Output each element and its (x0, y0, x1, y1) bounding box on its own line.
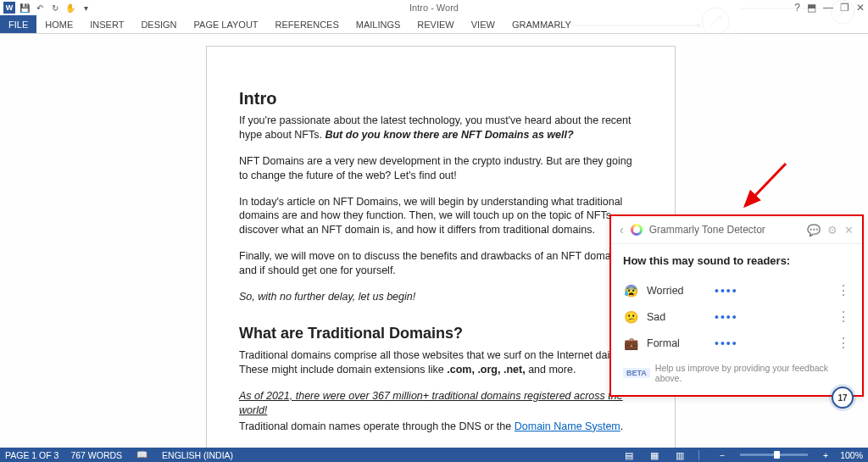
body-text: . (620, 420, 623, 432)
tab-references[interactable]: REFERENCES (267, 15, 348, 33)
back-icon[interactable]: ‹ (620, 223, 624, 237)
view-print-layout-icon[interactable]: ▦ (650, 450, 659, 460)
title-bar: W 💾 ↶ ↻ ✋ ▾ Intro - Word ? ⬒ — ❐ ✕ (0, 0, 868, 15)
window-controls: ? ⬒ — ❐ ✕ (794, 2, 865, 14)
tab-home[interactable]: HOME (36, 15, 81, 33)
grammarly-footer: BETA Help us improve by providing your f… (623, 356, 850, 387)
minimize-icon[interactable]: — (823, 2, 833, 14)
body-text-bold: .com, .org, .net, (447, 364, 525, 376)
zoom-level[interactable]: 100% (840, 450, 863, 460)
zoom-in-button[interactable]: + (823, 450, 828, 460)
tab-file[interactable]: FILE (0, 15, 36, 33)
tab-mailings[interactable]: MAILINGS (348, 15, 409, 33)
tab-page-layout[interactable]: PAGE LAYOUT (186, 15, 267, 33)
grammarly-body: How this may sound to readers: 😰 Worried… (611, 244, 862, 395)
tone-label: Sad (647, 311, 706, 323)
status-page[interactable]: PAGE 1 OF 3 (5, 450, 58, 460)
view-read-mode-icon[interactable]: ▤ (625, 450, 633, 460)
undo-icon[interactable]: ↶ (34, 2, 46, 14)
save-icon[interactable]: 💾 (19, 2, 31, 14)
more-icon[interactable]: ⋮ (837, 335, 850, 351)
ribbon-tabs: FILE HOME INSERT DESIGN PAGE LAYOUT REFE… (0, 15, 868, 34)
status-language[interactable]: ENGLISH (INDIA) (162, 450, 233, 460)
tab-insert[interactable]: INSERT (81, 15, 132, 33)
paragraph: If you're passionate about the latest te… (239, 114, 643, 142)
grammarly-heading: How this may sound to readers: (623, 254, 850, 267)
quick-access-toolbar: W 💾 ↶ ↻ ✋ ▾ (3, 2, 92, 14)
tone-label: Worried (647, 285, 706, 297)
body-text: Traditional domain names operate through… (239, 420, 515, 432)
paragraph: Traditional domains comprise all those w… (239, 348, 643, 377)
chat-icon[interactable]: 💬 (807, 224, 821, 237)
zoom-slider-thumb[interactable] (774, 451, 780, 459)
more-icon[interactable]: ⋮ (837, 282, 850, 298)
body-text-emph: But do you know there are NFT Domains as… (325, 129, 573, 141)
heading-intro: Intro (239, 87, 643, 110)
heading-traditional: What are Traditional Domains? (239, 323, 643, 343)
tone-strength-dots: •••• (715, 284, 828, 298)
grammarly-tone-panel: ‹ Grammarly Tone Detector 💬 ⚙ ✕ How this… (609, 214, 864, 397)
ribbon-options-icon[interactable]: ⬒ (807, 2, 816, 14)
panel-close-icon[interactable]: ✕ (844, 224, 854, 237)
beta-badge: BETA (623, 368, 650, 378)
paragraph: Finally, we will move on to discuss the … (239, 249, 643, 278)
sad-emoji-icon: 😕 (623, 310, 638, 324)
paragraph: Traditional domain names operate through… (239, 420, 643, 434)
hyperlink-dns[interactable]: Domain Name System (515, 420, 620, 432)
feedback-text: Help us improve by providing your feedba… (655, 363, 850, 383)
restore-icon[interactable]: ❐ (840, 2, 849, 14)
customize-qat-icon[interactable]: ▾ (80, 2, 92, 14)
tab-design[interactable]: DESIGN (132, 15, 185, 33)
zoom-slider[interactable] (740, 454, 808, 456)
help-icon[interactable]: ? (794, 2, 800, 14)
document-page[interactable]: Intro If you're passionate about the lat… (206, 46, 676, 448)
paragraph-italic: So, with no further delay, let us begin! (239, 290, 643, 304)
spellcheck-icon[interactable]: 📖 (136, 449, 147, 460)
tone-row-formal: 💼 Formal •••• ⋮ (623, 330, 850, 356)
tone-row-worried: 😰 Worried •••• ⋮ (623, 277, 850, 303)
window-title: Intro - Word (409, 3, 459, 13)
more-icon[interactable]: ⋮ (837, 309, 850, 325)
body-text: and more. (526, 364, 576, 376)
formal-emoji-icon: 💼 (623, 337, 638, 350)
tone-strength-dots: •••• (715, 310, 828, 324)
tone-row-sad: 😕 Sad •••• ⋮ (623, 303, 850, 330)
grammarly-title: Grammarly Tone Detector (649, 224, 800, 236)
word-app-icon: W (3, 2, 15, 14)
zoom-out-button[interactable]: − (720, 450, 725, 460)
paragraph-underlined: As of 2021, there were over 367 million+… (239, 389, 643, 418)
grammarly-header: ‹ Grammarly Tone Detector 💬 ⚙ ✕ (611, 216, 862, 244)
tab-view[interactable]: VIEW (463, 15, 504, 33)
touch-mode-icon[interactable]: ✋ (64, 2, 76, 14)
redo-icon[interactable]: ↻ (49, 2, 61, 14)
worried-emoji-icon: 😰 (623, 284, 638, 298)
settings-icon[interactable]: ⚙ (827, 224, 837, 237)
grammarly-logo-icon (631, 224, 643, 236)
tone-strength-dots: •••• (715, 337, 828, 350)
paragraph: In today's article on NFT Domains, we wi… (239, 195, 643, 238)
grammarly-suggestions-badge[interactable]: 17 (832, 387, 854, 409)
tab-grammarly[interactable]: GRAMMARLY (504, 15, 580, 33)
status-words[interactable]: 767 WORDS (70, 450, 122, 460)
badge-count: 17 (837, 393, 847, 403)
close-icon[interactable]: ✕ (856, 2, 865, 14)
paragraph: NFT Domains are a very new development i… (239, 154, 643, 183)
status-bar: PAGE 1 OF 3 767 WORDS 📖 ENGLISH (INDIA) … (0, 448, 868, 462)
tab-review[interactable]: REVIEW (409, 15, 462, 33)
view-web-layout-icon[interactable]: ▥ (676, 450, 684, 460)
tone-label: Formal (647, 337, 706, 349)
